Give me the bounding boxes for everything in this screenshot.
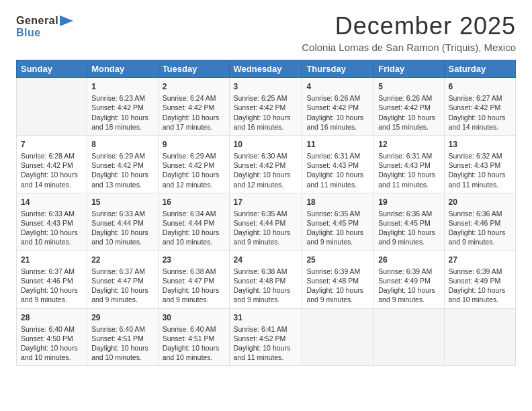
day-info-line: and 9 minutes. bbox=[234, 238, 280, 246]
calendar-week-3: 14Sunrise: 6:33 AMSunset: 4:43 PMDayligh… bbox=[17, 193, 516, 250]
calendar-cell: 15Sunrise: 6:33 AMSunset: 4:44 PMDayligh… bbox=[87, 193, 158, 250]
header-row: Sunday Monday Tuesday Wednesday Thursday… bbox=[17, 60, 516, 78]
day-info-line: Daylight: 10 hours bbox=[234, 344, 291, 352]
day-info-line: Sunrise: 6:30 AM bbox=[234, 152, 287, 160]
calendar-cell: 23Sunrise: 6:38 AMSunset: 4:47 PMDayligh… bbox=[158, 250, 229, 308]
day-number: 9 bbox=[163, 139, 225, 150]
calendar-cell: 12Sunrise: 6:31 AMSunset: 4:43 PMDayligh… bbox=[374, 135, 444, 193]
calendar-cell: 14Sunrise: 6:33 AMSunset: 4:43 PMDayligh… bbox=[17, 193, 87, 250]
day-info-line: Daylight: 10 hours bbox=[378, 228, 435, 236]
subtitle: Colonia Lomas de San Ramon (Triquis), Me… bbox=[302, 42, 516, 53]
day-info-line: Daylight: 10 hours bbox=[306, 113, 363, 122]
day-number: 5 bbox=[378, 81, 439, 92]
day-info-line: Sunrise: 6:35 AM bbox=[234, 210, 287, 218]
day-number: 6 bbox=[449, 81, 512, 92]
logo-icon bbox=[60, 15, 73, 26]
day-info-line: Sunset: 4:50 PM bbox=[21, 334, 73, 342]
calendar-cell: 9Sunrise: 6:29 AMSunset: 4:42 PMDaylight… bbox=[158, 135, 229, 193]
day-info-line: Sunset: 4:44 PM bbox=[91, 219, 144, 227]
day-number: 11 bbox=[306, 139, 369, 150]
day-info-line: Sunrise: 6:26 AM bbox=[306, 94, 360, 102]
day-info-line: Daylight: 10 hours bbox=[21, 286, 78, 294]
day-info-line: Daylight: 10 hours bbox=[378, 171, 435, 179]
calendar-cell: 13Sunrise: 6:32 AMSunset: 4:43 PMDayligh… bbox=[444, 135, 516, 193]
calendar-cell: 6Sunrise: 6:27 AMSunset: 4:42 PMDaylight… bbox=[444, 78, 516, 136]
day-number: 29 bbox=[91, 312, 153, 323]
day-number: 12 bbox=[378, 139, 439, 150]
day-info-line: Sunset: 4:49 PM bbox=[449, 277, 501, 285]
day-number: 30 bbox=[163, 312, 225, 323]
day-number: 18 bbox=[306, 197, 369, 208]
calendar-cell: 27Sunrise: 6:39 AMSunset: 4:49 PMDayligh… bbox=[444, 250, 516, 308]
day-number: 4 bbox=[306, 81, 369, 92]
day-info-line: and 14 minutes. bbox=[21, 181, 71, 189]
calendar-cell: 26Sunrise: 6:39 AMSunset: 4:49 PMDayligh… bbox=[374, 250, 444, 308]
calendar-week-4: 21Sunrise: 6:37 AMSunset: 4:46 PMDayligh… bbox=[17, 250, 516, 308]
page: General Blue December 2025 Colonia Lomas… bbox=[0, 0, 532, 411]
day-info-line: and 11 minutes. bbox=[306, 181, 357, 189]
calendar-cell: 8Sunrise: 6:29 AMSunset: 4:42 PMDaylight… bbox=[87, 135, 158, 193]
day-info-line: Daylight: 10 hours bbox=[91, 286, 148, 294]
day-info-line: Daylight: 10 hours bbox=[234, 286, 291, 294]
day-number: 24 bbox=[234, 255, 298, 265]
day-info-line: Sunset: 4:45 PM bbox=[306, 219, 359, 227]
day-info-line: Sunrise: 6:33 AM bbox=[91, 210, 145, 218]
calendar-cell: 1Sunrise: 6:23 AMSunset: 4:42 PMDaylight… bbox=[87, 78, 158, 136]
day-info-line: and 10 minutes. bbox=[21, 238, 71, 246]
day-number: 2 bbox=[163, 81, 225, 92]
day-info-line: and 9 minutes. bbox=[306, 295, 353, 304]
th-sunday: Sunday bbox=[17, 60, 87, 78]
day-info-line: and 9 minutes. bbox=[163, 295, 209, 304]
day-info-line: Daylight: 10 hours bbox=[234, 171, 291, 179]
day-number: 28 bbox=[21, 312, 83, 323]
day-info-line: and 9 minutes. bbox=[378, 238, 425, 246]
calendar-cell: 28Sunrise: 6:40 AMSunset: 4:50 PMDayligh… bbox=[17, 308, 87, 366]
day-info-line: Sunset: 4:52 PM bbox=[234, 334, 286, 342]
day-info-line: Sunrise: 6:38 AM bbox=[163, 267, 216, 275]
calendar-cell: 11Sunrise: 6:31 AMSunset: 4:43 PMDayligh… bbox=[302, 135, 374, 193]
th-friday: Friday bbox=[374, 60, 444, 78]
day-info-line: Sunset: 4:42 PM bbox=[306, 103, 359, 111]
calendar-header: Sunday Monday Tuesday Wednesday Thursday… bbox=[17, 60, 516, 78]
logo-blue: Blue bbox=[16, 27, 41, 39]
day-info-line: Daylight: 10 hours bbox=[449, 286, 506, 294]
day-info-line: Daylight: 10 hours bbox=[306, 171, 363, 179]
day-number: 25 bbox=[306, 255, 369, 265]
day-info-line: and 16 minutes. bbox=[234, 123, 284, 131]
calendar-cell: 18Sunrise: 6:35 AMSunset: 4:45 PMDayligh… bbox=[302, 193, 374, 250]
day-info-line: Daylight: 10 hours bbox=[91, 113, 148, 122]
day-info-line: Sunset: 4:43 PM bbox=[449, 161, 501, 169]
day-info-line: Sunset: 4:42 PM bbox=[21, 161, 73, 169]
day-info-line: and 10 minutes. bbox=[21, 353, 71, 361]
day-info-line: Sunrise: 6:32 AM bbox=[449, 152, 502, 160]
day-info-line: Daylight: 10 hours bbox=[378, 286, 435, 294]
day-info-line: Daylight: 10 hours bbox=[234, 113, 291, 122]
day-number: 19 bbox=[378, 197, 439, 208]
calendar-week-2: 7Sunrise: 6:28 AMSunset: 4:42 PMDaylight… bbox=[17, 135, 516, 193]
day-info-line: and 15 minutes. bbox=[378, 123, 429, 131]
day-info-line: and 9 minutes. bbox=[234, 295, 280, 304]
day-info-line: Sunrise: 6:36 AM bbox=[378, 210, 432, 218]
day-info-line: Sunset: 4:49 PM bbox=[378, 277, 431, 285]
th-wednesday: Wednesday bbox=[229, 60, 302, 78]
calendar-cell: 10Sunrise: 6:30 AMSunset: 4:42 PMDayligh… bbox=[229, 135, 302, 193]
th-tuesday: Tuesday bbox=[158, 60, 229, 78]
calendar-cell bbox=[17, 78, 87, 136]
day-info-line: Sunset: 4:48 PM bbox=[306, 277, 359, 285]
day-number: 21 bbox=[21, 255, 83, 265]
day-info-line: Sunrise: 6:39 AM bbox=[306, 267, 360, 275]
day-number: 14 bbox=[21, 197, 83, 208]
calendar-cell: 2Sunrise: 6:24 AMSunset: 4:42 PMDaylight… bbox=[158, 78, 229, 136]
day-info-line: Sunset: 4:45 PM bbox=[378, 219, 431, 227]
calendar-cell: 24Sunrise: 6:38 AMSunset: 4:48 PMDayligh… bbox=[229, 250, 302, 308]
day-info-line: Sunset: 4:44 PM bbox=[163, 219, 215, 227]
day-info-line: Sunrise: 6:31 AM bbox=[378, 152, 432, 160]
day-info-line: Daylight: 10 hours bbox=[449, 171, 506, 179]
day-info-line: Sunrise: 6:29 AM bbox=[163, 152, 216, 160]
title-block: December 2025 Colonia Lomas de San Ramon… bbox=[302, 12, 516, 53]
day-number: 31 bbox=[234, 312, 298, 323]
day-info-line: Sunset: 4:42 PM bbox=[234, 103, 286, 111]
th-saturday: Saturday bbox=[444, 60, 516, 78]
calendar-cell: 25Sunrise: 6:39 AMSunset: 4:48 PMDayligh… bbox=[302, 250, 374, 308]
day-info-line: Daylight: 10 hours bbox=[449, 113, 506, 122]
